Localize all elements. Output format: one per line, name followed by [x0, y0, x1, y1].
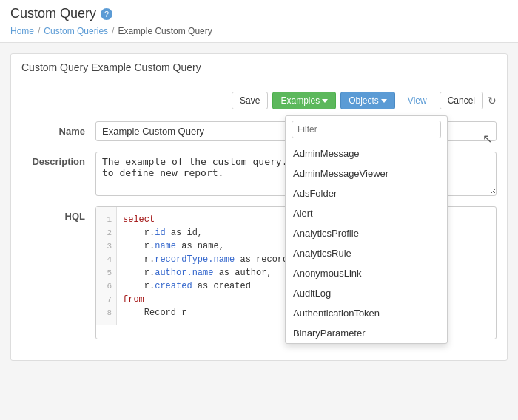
- description-label: Description: [21, 152, 95, 167]
- examples-button[interactable]: Examples: [272, 92, 336, 109]
- objects-dropdown: AdminMessageAdminMessageViewerAdsFolderA…: [285, 115, 448, 344]
- dropdown-item[interactable]: BinaryParameter: [286, 323, 447, 343]
- dropdown-item[interactable]: Alert: [286, 203, 447, 223]
- cancel-button[interactable]: Cancel: [440, 92, 483, 109]
- breadcrumb-sep-1: /: [38, 26, 40, 36]
- help-icon[interactable]: ?: [101, 8, 112, 20]
- breadcrumb-current: Example Custom Query: [118, 26, 212, 36]
- dropdown-item[interactable]: AnonymousLink: [286, 263, 447, 283]
- dropdown-filter-input[interactable]: [292, 121, 441, 138]
- objects-button[interactable]: Objects: [340, 92, 395, 109]
- dropdown-item[interactable]: AuthenticationToken: [286, 303, 447, 323]
- name-label: Name: [21, 121, 95, 137]
- main-card: Custom Query Example Custom Query ↖ Save…: [10, 53, 508, 361]
- main-content: Custom Query Example Custom Query ↖ Save…: [0, 43, 518, 371]
- page-title: Custom Query: [10, 6, 96, 21]
- breadcrumb: Home / Custom Queries / Example Custom Q…: [10, 26, 508, 42]
- dropdown-item[interactable]: AuditLog: [286, 283, 447, 303]
- examples-caret: [322, 99, 328, 103]
- dropdown-item[interactable]: AnalyticsRule: [286, 243, 447, 263]
- breadcrumb-home[interactable]: Home: [10, 26, 34, 36]
- dropdown-item[interactable]: AnalyticsProfile: [286, 223, 447, 243]
- card-header: Custom Query Example Custom Query: [11, 54, 507, 81]
- dropdown-item[interactable]: AdminMessage: [286, 143, 447, 163]
- dropdown-item[interactable]: AdsFolder: [286, 183, 447, 203]
- refresh-icon[interactable]: ↻: [488, 95, 497, 106]
- objects-caret: [381, 99, 387, 103]
- page-title-row: Custom Query ?: [10, 6, 508, 21]
- dropdown-list: AdminMessageAdminMessageViewerAdsFolderA…: [286, 143, 447, 343]
- hql-label: HQL: [21, 206, 95, 222]
- breadcrumb-custom-queries[interactable]: Custom Queries: [44, 26, 108, 36]
- dropdown-item[interactable]: AdminMessageViewer: [286, 163, 447, 183]
- save-button[interactable]: Save: [232, 92, 268, 109]
- page-header: Custom Query ? Home / Custom Queries / E…: [0, 0, 518, 43]
- dropdown-filter-row: [286, 116, 447, 143]
- line-numbers: 1 2 3 4 5 6 7 8: [96, 207, 117, 325]
- card-body: ↖ Save Examples Objects View Cancel ↻: [11, 81, 507, 360]
- toolbar: Save Examples Objects View Cancel ↻: [21, 92, 497, 109]
- view-button[interactable]: View: [400, 92, 435, 109]
- breadcrumb-sep-2: /: [112, 26, 114, 36]
